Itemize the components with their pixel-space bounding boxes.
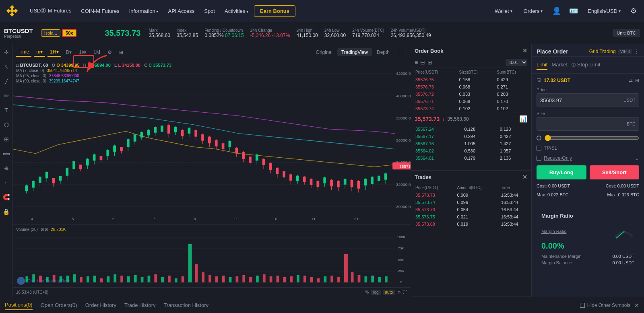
- magnet-icon[interactable]: 🧲: [1, 192, 11, 202]
- op-reduce-only-checkbox[interactable]: [537, 156, 541, 161]
- bottom-tab-transaction-history[interactable]: Transaction History: [164, 301, 209, 310]
- settings-icon[interactable]: ⚙: [628, 5, 639, 17]
- svg-rect-35: [39, 177, 41, 183]
- svg-text:6: 6: [112, 216, 115, 221]
- crosshair-icon[interactable]: ✛: [2, 47, 10, 57]
- op-price-input[interactable]: [540, 97, 623, 103]
- trade-row: 35,573.730.00916:53:44: [411, 192, 530, 198]
- auto-button[interactable]: auto: [383, 290, 395, 295]
- lock-icon[interactable]: 🔒: [1, 207, 11, 216]
- op-balance-transfer-icon[interactable]: ⇄: [629, 78, 633, 83]
- ob-chart-icon[interactable]: 📊: [519, 115, 527, 123]
- toolbar-1w[interactable]: 1W: [76, 48, 89, 56]
- nav-coin-futures[interactable]: COIN-M Futures: [77, 6, 123, 16]
- svg-rect-193: [310, 277, 313, 282]
- arrow-icon[interactable]: ↖: [2, 62, 10, 72]
- nav-spot[interactable]: Spot: [200, 6, 219, 16]
- toolbar-layout-icon[interactable]: ⊞: [117, 48, 126, 56]
- bottom-tab-order-history[interactable]: Order History: [85, 301, 116, 310]
- svg-rect-166: [127, 276, 130, 282]
- op-expand-icon[interactable]: ⌄: [634, 155, 639, 161]
- op-grid-trading[interactable]: Grid Trading: [589, 49, 616, 54]
- pair-type: Perpetual: [4, 34, 33, 39]
- bottom-tab-open-orders[interactable]: Open Orders(0): [41, 301, 77, 310]
- toolbar-time[interactable]: Time: [16, 48, 31, 57]
- hide-symbols-checkbox[interactable]: [580, 303, 585, 308]
- ob-bid-row[interactable]: 35567.170.2940.422: [411, 133, 530, 140]
- ob-bid-row[interactable]: 35564.010.1792.136: [411, 155, 530, 161]
- op-slider[interactable]: [545, 135, 639, 141]
- ob-ask-row[interactable]: 35576.710.0680.170: [411, 98, 530, 105]
- profile-icon[interactable]: 👤: [550, 5, 564, 17]
- op-more-icon[interactable]: ⋮: [634, 49, 639, 54]
- op-tab-limit[interactable]: Limit: [537, 60, 547, 70]
- percent-icon[interactable]: %: [365, 290, 369, 294]
- card-icon[interactable]: 🪪: [567, 5, 580, 17]
- sell-short-button[interactable]: Sell/Short: [590, 165, 640, 179]
- op-tab-stop-limit[interactable]: ⓘ Stop Limit: [572, 60, 600, 70]
- wallet-link[interactable]: Wallet: [491, 6, 516, 16]
- text-icon[interactable]: T: [3, 105, 10, 115]
- maintenance-margin-value: 0.00 USDT: [613, 254, 634, 259]
- toolbar-settings-icon[interactable]: ⚙: [105, 48, 114, 56]
- measure-icon[interactable]: ⟺: [1, 149, 12, 159]
- bottom-tab-trade-history[interactable]: Trade History: [124, 301, 156, 310]
- toolbar-d[interactable]: D▾: [64, 48, 74, 56]
- pencil-icon[interactable]: ✏: [2, 91, 10, 101]
- op-tpsl-row[interactable]: TP/SL: [537, 145, 639, 151]
- ob-size-dropdown[interactable]: 0.01: [506, 59, 527, 66]
- trades-close[interactable]: ✕: [522, 174, 527, 180]
- nav-api-access[interactable]: API Access: [164, 6, 198, 16]
- op-tab-market[interactable]: Market: [551, 60, 568, 70]
- op-reduce-only-label[interactable]: Reduce-Only: [544, 155, 572, 161]
- margin-balance-row: Margin Balance 0.00 USDT: [541, 260, 634, 265]
- nav-usd-futures[interactable]: USDⓢ-M Futures: [26, 5, 75, 17]
- toolbar-1m[interactable]: 1M: [91, 48, 103, 56]
- ob-ask-row[interactable]: 35576.720.0330.203: [411, 91, 530, 97]
- ob-view-icon-3[interactable]: ⊞: [427, 59, 432, 66]
- view-depth[interactable]: Depth: [373, 48, 394, 56]
- settings-icon-bottom[interactable]: ⚙: [397, 290, 401, 294]
- view-fullscreen-icon[interactable]: ⛶: [394, 48, 407, 56]
- back-icon[interactable]: ←: [2, 178, 11, 187]
- pattern-icon[interactable]: ⊞: [2, 134, 10, 144]
- ob-ask-row[interactable]: 35576.730.0680.271: [411, 84, 530, 90]
- ob-view-icon-1[interactable]: ≡: [415, 59, 418, 66]
- view-original[interactable]: Original: [312, 48, 336, 56]
- op-size-input[interactable]: [540, 121, 627, 127]
- buy-long-button[interactable]: Buy/Long: [537, 165, 586, 179]
- nav-activities[interactable]: Activities: [221, 6, 252, 16]
- mode-badge[interactable]: Isola...: [41, 29, 60, 37]
- bottom-tab-positions[interactable]: Positions(0): [5, 300, 33, 310]
- svg-rect-79: [188, 128, 190, 134]
- op-tpsl-checkbox[interactable]: [537, 146, 541, 150]
- earn-bonus-button[interactable]: Earn Bonus: [254, 5, 295, 17]
- bid-sum: 1.957: [496, 148, 530, 154]
- fullscreen-icon-bottom[interactable]: ⛶: [403, 290, 407, 294]
- view-tradingview[interactable]: TradingView: [337, 48, 372, 56]
- line-icon[interactable]: ╱: [3, 76, 10, 86]
- shape-icon[interactable]: ⬡: [2, 120, 10, 130]
- log-button[interactable]: log: [371, 290, 380, 295]
- language-link[interactable]: English/USD: [584, 6, 625, 16]
- low-value: 32,600.00: [324, 33, 346, 38]
- ob-bid-row[interactable]: 35567.240.1280.128: [411, 126, 530, 132]
- op-balance-expand-icon[interactable]: ⊞: [635, 78, 639, 83]
- svg-rect-53: [100, 156, 103, 160]
- ob-ask-row[interactable]: 35576.750.1580.429: [411, 76, 530, 83]
- bottom-close-icon[interactable]: ✕: [634, 302, 639, 309]
- orders-link[interactable]: Orders: [520, 6, 547, 16]
- ob-bid-row[interactable]: 35564.020.5301.957: [411, 148, 530, 154]
- toolbar-m[interactable]: m▾: [34, 48, 45, 57]
- toolbar-1h[interactable]: 1H▾: [47, 48, 61, 57]
- ob-bid-row[interactable]: 35567.161.0051.427: [411, 140, 530, 147]
- ob-ask-row[interactable]: 35573.740.1020.102: [411, 105, 530, 112]
- svg-rect-83: [201, 134, 204, 140]
- leverage-badge[interactable]: 50x: [62, 29, 76, 37]
- unit-button[interactable]: Unit: BTC: [613, 29, 640, 37]
- zoom-icon[interactable]: ⊕: [2, 163, 10, 173]
- order-book-close[interactable]: ✕: [522, 47, 527, 54]
- op-slider-handle[interactable]: [537, 136, 541, 140]
- ob-view-icon-2[interactable]: ⊟: [420, 59, 425, 66]
- nav-information[interactable]: Information: [125, 6, 163, 16]
